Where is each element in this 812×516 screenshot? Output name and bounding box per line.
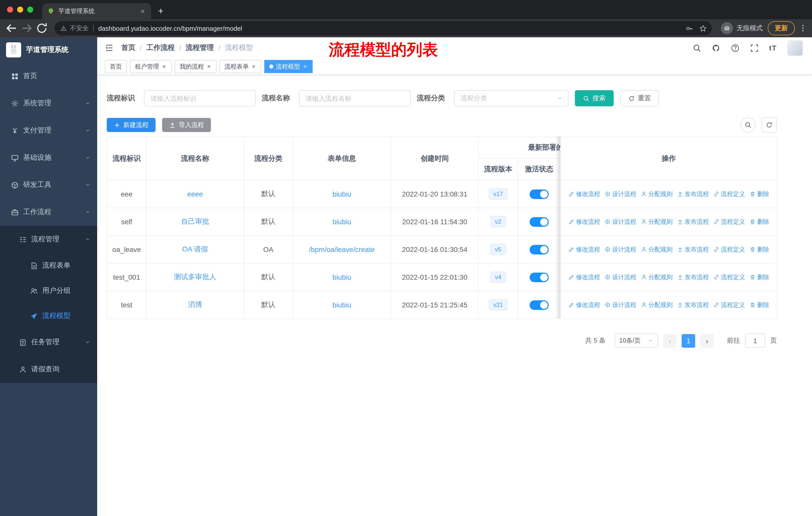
op-assign-link[interactable]: 分配规则 — [641, 245, 672, 254]
op-design-link[interactable]: 设计流程 — [605, 245, 636, 254]
op-definition-link[interactable]: 流程定义 — [713, 245, 745, 254]
op-publish-link[interactable]: 发布流程 — [677, 301, 709, 309]
process-name-link[interactable]: OA 请假 — [182, 245, 208, 253]
logo[interactable]: 芋道管理系统 — [0, 37, 97, 62]
op-edit-link[interactable]: 修改流程 — [568, 301, 600, 309]
op-assign-link[interactable]: 分配规则 — [641, 273, 672, 281]
forward-icon[interactable] — [20, 22, 33, 35]
active-toggle[interactable] — [529, 189, 549, 199]
page-jump-input[interactable] — [745, 333, 765, 348]
close-window-button[interactable] — [7, 6, 13, 12]
tab-close-icon[interactable] — [140, 8, 146, 15]
import-process-button[interactable]: 导入流程 — [162, 118, 211, 132]
category-select[interactable]: 流程分类 — [454, 90, 568, 106]
op-design-link[interactable]: 设计流程 — [605, 301, 636, 309]
op-definition-link[interactable]: 流程定义 — [713, 217, 745, 226]
sidebar-item-process-model[interactable]: 流程模型 — [0, 303, 97, 329]
reload-icon[interactable] — [35, 22, 48, 35]
active-toggle[interactable] — [529, 272, 549, 282]
avatar[interactable] — [787, 40, 803, 56]
process-key-input[interactable] — [144, 90, 256, 106]
op-delete-link[interactable]: 删除 — [750, 301, 769, 309]
font-size-icon[interactable]: tT — [769, 44, 777, 52]
tag-process-model[interactable]: 流程模型 — [264, 60, 313, 73]
browser-tab[interactable]: 芋道管理系统 — [42, 3, 151, 19]
form-info-link[interactable]: biubiu — [332, 190, 351, 198]
op-edit-link[interactable]: 修改流程 — [568, 273, 600, 281]
op-delete-link[interactable]: 删除 — [750, 273, 769, 281]
op-publish-link[interactable]: 发布流程 — [677, 245, 709, 254]
op-assign-link[interactable]: 分配规则 — [641, 301, 672, 309]
process-name-link[interactable]: eeee — [187, 190, 203, 198]
active-toggle[interactable] — [529, 217, 549, 226]
op-publish-link[interactable]: 发布流程 — [677, 190, 709, 198]
form-info-link[interactable]: biubiu — [332, 218, 351, 226]
zoom-window-button[interactable] — [27, 6, 33, 12]
toggle-search-button[interactable] — [741, 117, 756, 133]
browser-update-button[interactable]: 更新 — [768, 21, 795, 35]
search-button[interactable]: 搜索 — [575, 90, 614, 106]
new-tab-button[interactable]: + — [158, 6, 163, 16]
process-name-link[interactable]: 滔博 — [188, 300, 202, 308]
breadcrumb-item[interactable]: 工作流程 — [146, 43, 175, 52]
op-delete-link[interactable]: 删除 — [750, 190, 769, 198]
op-design-link[interactable]: 设计流程 — [605, 190, 636, 198]
process-name-input[interactable] — [299, 90, 411, 106]
op-edit-link[interactable]: 修改流程 — [568, 217, 600, 226]
breadcrumb-item[interactable]: 流程模型 — [225, 43, 253, 52]
op-design-link[interactable]: 设计流程 — [605, 217, 636, 226]
op-edit-link[interactable]: 修改流程 — [568, 190, 600, 198]
op-edit-link[interactable]: 修改流程 — [568, 245, 600, 254]
breadcrumb-item[interactable]: 首页 — [121, 43, 136, 52]
form-info-link[interactable]: biubiu — [332, 301, 351, 309]
back-icon[interactable] — [5, 22, 18, 35]
password-key-icon[interactable] — [686, 24, 693, 32]
reset-button[interactable]: 重置 — [620, 90, 659, 106]
sidebar-item-leave-query[interactable]: 请假查询 — [0, 356, 97, 383]
address-bar[interactable]: 不安全 dashboard.yudao.iocoder.cn/bpm/manag… — [54, 21, 712, 35]
sidebar-item-infrastructure[interactable]: 基础设施 — [0, 144, 97, 171]
minimize-window-button[interactable] — [17, 6, 23, 12]
page-size-select[interactable]: 10条/页 — [615, 333, 658, 348]
sidebar-item-workflow[interactable]: 工作流程 — [0, 198, 97, 226]
op-design-link[interactable]: 设计流程 — [605, 273, 636, 281]
fullscreen-icon[interactable] — [750, 44, 759, 52]
sidebar-item-devtools[interactable]: 研发工具 — [0, 171, 97, 198]
process-name-link[interactable]: 自己审批 — [181, 217, 209, 225]
sidebar-item-user-group[interactable]: 用户分组 — [0, 278, 97, 303]
bookmark-star-icon[interactable] — [699, 24, 707, 32]
sidebar-item-process-form[interactable]: 流程表单 — [0, 253, 97, 278]
op-definition-link[interactable]: 流程定义 — [713, 301, 745, 309]
tag-tenant-management[interactable]: 租户管理 — [130, 60, 172, 73]
tag-process-form[interactable]: 流程表单 — [220, 60, 261, 73]
browser-menu-icon[interactable] — [799, 24, 807, 32]
op-definition-link[interactable]: 流程定义 — [713, 273, 745, 281]
sidebar-item-payment-management[interactable]: 支付管理 — [0, 117, 97, 144]
tag-home[interactable]: 首页 — [105, 60, 127, 73]
breadcrumb-item[interactable]: 流程管理 — [186, 43, 214, 52]
active-toggle[interactable] — [529, 300, 549, 310]
page-1-button[interactable]: 1 — [682, 334, 695, 348]
sidebar-item-system-management[interactable]: 系统管理 — [0, 90, 97, 117]
active-toggle[interactable] — [529, 245, 549, 254]
header-search-icon[interactable] — [693, 44, 701, 52]
op-publish-link[interactable]: 发布流程 — [677, 217, 709, 226]
form-info-link[interactable]: biubiu — [332, 273, 351, 281]
help-icon[interactable] — [731, 44, 740, 52]
op-publish-link[interactable]: 发布流程 — [677, 273, 709, 281]
process-name-link[interactable]: 测试多审批人 — [174, 273, 216, 281]
sidebar-item-home[interactable]: 首页 — [0, 62, 97, 90]
github-icon[interactable] — [712, 44, 720, 52]
create-process-button[interactable]: 新建流程 — [107, 118, 155, 132]
sidebar-item-process-management[interactable]: 流程管理 — [0, 226, 97, 253]
op-assign-link[interactable]: 分配规则 — [641, 217, 672, 226]
next-page-button[interactable]: › — [700, 334, 714, 348]
prev-page-button[interactable]: ‹ — [663, 334, 676, 348]
op-definition-link[interactable]: 流程定义 — [713, 190, 745, 198]
op-assign-link[interactable]: 分配规则 — [641, 190, 672, 198]
op-delete-link[interactable]: 删除 — [750, 217, 769, 226]
form-info-link[interactable]: /bpm/oa/leave/create — [309, 245, 375, 253]
op-delete-link[interactable]: 删除 — [750, 245, 769, 254]
sidebar-toggle-icon[interactable] — [105, 43, 114, 52]
refresh-table-button[interactable] — [762, 117, 777, 133]
